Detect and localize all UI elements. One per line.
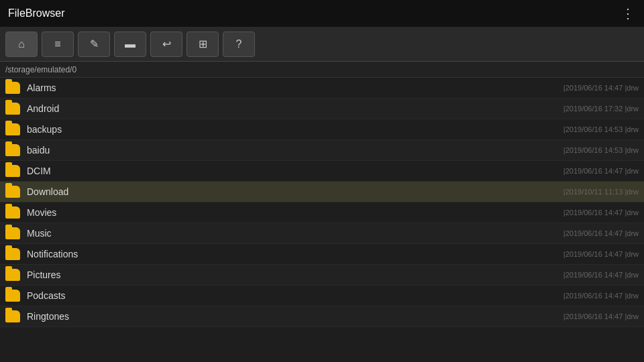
title-bar: FileBrowser ⋮ (0, 0, 644, 27)
list-item[interactable]: Notifications|2019/06/16 14:47 |drw (0, 244, 644, 265)
file-name: Notifications (27, 249, 558, 259)
list-item[interactable]: Download|2019/10/11 11:13 |drw (0, 182, 644, 202)
edit-button[interactable]: ✎ (78, 32, 110, 57)
folder-icon (5, 186, 20, 198)
menu-icon[interactable]: ⋮ (621, 5, 636, 21)
grid-button[interactable]: ⊞ (186, 32, 219, 57)
folder-icon (5, 248, 20, 260)
file-meta: |2019/06/16 14:47 |drw (558, 208, 639, 217)
folder-icon (5, 103, 20, 115)
file-name: Download (27, 186, 558, 197)
file-name: Ringtones (27, 311, 558, 322)
view-icon: ▬ (125, 38, 136, 50)
file-name: Podcasts (27, 290, 558, 301)
path-text: /storage/emulated/0 (5, 65, 76, 74)
view-button[interactable]: ▬ (114, 32, 146, 57)
file-name: Pictures (27, 269, 558, 280)
list-item[interactable]: Podcasts|2019/06/16 14:47 |drw (0, 286, 644, 306)
toolbar: ⌂ ≡ ✎ ▬ ↩ ⊞ ? (0, 27, 644, 62)
file-name: Music (27, 228, 558, 239)
list-item[interactable]: backups|2019/06/16 14:53 |drw (0, 119, 644, 140)
file-meta: |2019/06/16 14:53 |drw (558, 125, 639, 133)
file-name: DCIM (27, 166, 558, 176)
file-list[interactable]: Alarms|2019/06/16 14:47 |drwAndroid|2019… (0, 78, 644, 362)
file-name: Movies (27, 207, 558, 218)
file-meta: |2019/06/16 14:53 |drw (558, 146, 639, 154)
folder-icon (5, 165, 20, 177)
list-item[interactable]: Music|2019/06/16 14:47 |drw (0, 223, 644, 244)
file-meta: |2019/06/16 14:47 |drw (558, 312, 639, 320)
grid-icon: ⊞ (199, 38, 207, 50)
list-item[interactable]: DCIM|2019/06/16 14:47 |drw (0, 161, 644, 182)
file-meta: |2019/06/16 14:47 |drw (558, 84, 639, 92)
folder-icon (5, 82, 20, 94)
file-meta: |2019/06/16 14:47 |drw (558, 167, 639, 175)
file-name: baidu (27, 145, 558, 156)
list-item[interactable]: Android|2019/06/16 17:32 |drw (0, 99, 644, 119)
file-meta: |2019/06/16 14:47 |drw (558, 229, 639, 237)
edit-icon: ✎ (90, 38, 99, 50)
folder-icon (5, 269, 20, 281)
back-icon: ↩ (162, 38, 171, 50)
home-icon: ⌂ (18, 38, 25, 50)
list-icon: ≡ (54, 38, 60, 50)
folder-icon (5, 310, 20, 322)
back-button[interactable]: ↩ (150, 32, 182, 57)
file-meta: |2019/10/11 11:13 |drw (558, 188, 639, 196)
list-item[interactable]: Alarms|2019/06/16 14:47 |drw (0, 78, 644, 99)
folder-icon (5, 206, 20, 219)
help-button[interactable]: ? (223, 32, 255, 57)
app-title: FileBrowser (8, 7, 64, 19)
folder-icon (5, 227, 20, 239)
path-bar: /storage/emulated/0 (0, 62, 644, 78)
folder-icon (5, 144, 20, 156)
file-meta: |2019/06/16 14:47 |drw (558, 271, 639, 279)
list-item[interactable]: baidu|2019/06/16 14:53 |drw (0, 140, 644, 161)
list-item[interactable]: Pictures|2019/06/16 14:47 |drw (0, 265, 644, 286)
help-icon: ? (236, 38, 242, 50)
file-name: backups (27, 124, 558, 135)
file-meta: |2019/06/16 14:47 |drw (558, 292, 639, 300)
file-name: Alarms (27, 82, 558, 93)
file-meta: |2019/06/16 14:47 |drw (558, 250, 639, 258)
list-item[interactable]: Ringtones|2019/06/16 14:47 |drw (0, 306, 644, 327)
list-button[interactable]: ≡ (42, 32, 74, 57)
file-name: Android (27, 103, 558, 114)
home-button[interactable]: ⌂ (5, 32, 38, 57)
folder-icon (5, 290, 20, 302)
list-item[interactable]: Movies|2019/06/16 14:47 |drw (0, 202, 644, 223)
file-meta: |2019/06/16 17:32 |drw (558, 105, 639, 113)
folder-icon (5, 123, 20, 135)
